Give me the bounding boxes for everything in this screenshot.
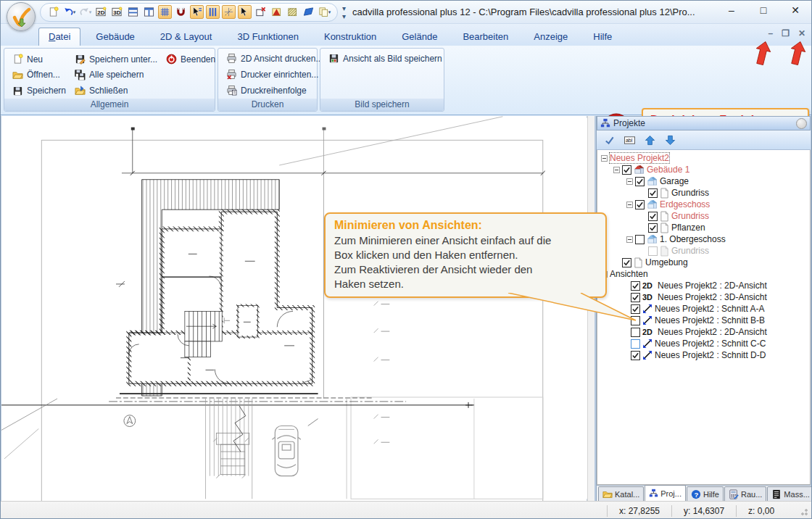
panel-tab-rau[interactable]: Rau... — [724, 486, 766, 501]
tree-item[interactable]: Grundriss — [597, 187, 810, 199]
expander-icon[interactable] — [626, 202, 633, 208]
visibility-checkbox[interactable] — [622, 165, 631, 175]
expander-icon[interactable] — [613, 167, 620, 173]
tree-item[interactable]: 1. Obergeschoss — [597, 233, 810, 245]
select-edit-button[interactable] — [190, 5, 204, 19]
dropdown-arrow-icon[interactable]: ▾ — [89, 9, 92, 15]
visibility-checkbox[interactable] — [631, 339, 640, 349]
visibility-checkbox[interactable] — [648, 212, 658, 221]
speichern-button[interactable]: Speichern — [9, 83, 70, 99]
redo-button[interactable]: ▾ — [78, 5, 92, 19]
dropdown-arrow-icon[interactable]: ▾ — [328, 9, 331, 15]
druckreihenfolge-button[interactable]: Druckreihenfolge — [223, 83, 312, 97]
tree-item[interactable]: Neues Projekt2 : Schnitt D-D — [597, 349, 810, 361]
2d-ansicht-drucken-button[interactable]: 2D Ansicht drucken... — [223, 51, 312, 65]
tree-item[interactable]: 3DNeues Projekt2 : 3D-Ansicht — [597, 291, 810, 303]
panel-tab-mass[interactable]: Mass... — [767, 486, 812, 501]
visibility-checkbox[interactable] — [648, 223, 658, 233]
resize-grip[interactable] — [798, 506, 808, 516]
expander-icon[interactable] — [626, 236, 633, 243]
tree-item[interactable]: Grundriss — [597, 210, 810, 222]
speichern-unter-button[interactable]: Speichern unter... — [71, 51, 161, 67]
minimize-button[interactable]: – — [716, 1, 747, 20]
beenden-button[interactable]: Beenden — [162, 51, 219, 67]
visibility-checkbox[interactable] — [631, 351, 640, 360]
öffnen-button[interactable]: Öffnen... — [9, 67, 70, 83]
guide-lines-button[interactable] — [206, 5, 220, 19]
move-down-button[interactable] — [662, 133, 678, 148]
tab-anzeige[interactable]: Anzeige — [523, 28, 578, 46]
surface-blue-button[interactable] — [302, 5, 315, 19]
ribbon-close-button[interactable]: ✕ — [798, 28, 805, 38]
maximize-button[interactable]: □ — [747, 1, 779, 20]
delete-selection-button[interactable] — [254, 5, 268, 19]
tree-item[interactable]: Erdgeschoss — [597, 199, 810, 210]
tree-item[interactable]: Gebäude 1 — [597, 164, 810, 175]
panel-tab-proj[interactable]: Proj... — [645, 485, 686, 501]
pin-icon[interactable] — [796, 118, 807, 129]
canvas-scrollbar[interactable] — [587, 116, 594, 501]
new-document-button[interactable] — [46, 5, 60, 19]
ribbon-minimize-button[interactable]: – — [768, 28, 773, 38]
split-vertical-button[interactable] — [142, 5, 156, 19]
magnet-snap-button[interactable] — [174, 5, 188, 19]
tree-item[interactable]: Neues Projekt2 : Schnitt B-B — [597, 315, 810, 326]
visibility-checkbox[interactable] — [635, 235, 645, 244]
tree-item[interactable]: Ansichten — [597, 268, 810, 280]
visibility-checkbox[interactable] — [622, 258, 631, 267]
tab-hilfe[interactable]: Hilfe — [583, 28, 622, 46]
tab-bearbeiten[interactable]: Bearbeiten — [452, 28, 518, 46]
visibility-checkbox[interactable] — [635, 200, 645, 209]
app-logo[interactable] — [7, 2, 36, 31]
tree-item[interactable]: Pflanzen — [597, 222, 810, 233]
close-button[interactable]: ✕ — [779, 1, 811, 20]
move-up-button[interactable] — [642, 133, 658, 148]
alle-speichern-button[interactable]: Alle speichern — [71, 67, 161, 83]
visibility-checkbox[interactable] — [631, 304, 640, 314]
tree-item[interactable]: 2DNeues Projekt2 : 2D-Ansicht — [597, 280, 810, 291]
tab-konstruktion[interactable]: Konstruktion — [314, 28, 386, 46]
visibility-checkbox[interactable] — [631, 316, 640, 325]
axis-snap-button[interactable] — [222, 5, 236, 19]
tab-3d-funktionen[interactable]: 3D Funktionen — [227, 28, 309, 46]
view-3d-button[interactable]: 3D — [110, 5, 124, 19]
visibility-checkbox[interactable] — [631, 281, 640, 291]
tree-item[interactable]: Grundriss — [597, 245, 810, 257]
tab-2d-layout[interactable]: 2D & Layout — [150, 28, 223, 46]
tree-item[interactable]: Neues Projekt2 — [597, 152, 810, 164]
tab-gelände[interactable]: Gelände — [392, 28, 447, 46]
ansicht-als-bild-speichern-button[interactable]: Ansicht als Bild speichern — [325, 51, 439, 65]
split-horizontal-button[interactable] — [126, 5, 140, 19]
view-2d-button[interactable]: 2D — [94, 5, 108, 19]
tree-item[interactable]: Garage — [597, 175, 810, 187]
tree-item[interactable]: Neues Projekt2 : Schnitt C-C — [597, 338, 810, 349]
schließen-button[interactable]: Schließen — [71, 83, 161, 99]
neu-button[interactable]: Neu — [9, 51, 70, 67]
undo-button[interactable]: ▾ — [62, 5, 76, 19]
apply-check-button[interactable] — [601, 133, 617, 148]
tab-gebäude[interactable]: Gebäude — [86, 28, 145, 46]
grid-snap-button[interactable] — [158, 5, 172, 19]
visibility-checkbox[interactable] — [648, 188, 658, 198]
rename-abl-button[interactable]: abl — [621, 133, 637, 148]
texture-red-button[interactable] — [270, 5, 283, 19]
texture-hatch-button[interactable] — [286, 5, 299, 19]
select-cursor-button[interactable] — [238, 5, 252, 19]
tree-item[interactable]: Umgebung — [597, 257, 810, 268]
drucker-einrichten-button[interactable]: Drucker einrichten... — [223, 67, 312, 81]
tree-item[interactable]: Neues Projekt2 : Schnitt A-A — [597, 303, 810, 315]
panel-tab-katal[interactable]: Katal... — [598, 486, 644, 501]
tree-item[interactable]: 2DNeues Projekt2 : 2D-Ansicht — [597, 326, 810, 338]
panel-tab-hilfe[interactable]: ?Hilfe — [687, 486, 724, 501]
dropdown-arrow-icon[interactable]: ▾ — [73, 9, 76, 15]
visibility-checkbox[interactable] — [631, 293, 640, 302]
expander-icon[interactable] — [626, 178, 633, 185]
visibility-checkbox[interactable] — [631, 328, 640, 337]
tab-datei[interactable]: Datei — [38, 28, 80, 46]
expander-icon[interactable] — [601, 155, 608, 162]
drawing-canvas[interactable] — [1, 116, 587, 501]
visibility-checkbox[interactable] — [635, 177, 645, 186]
toolbar-options-icon[interactable]: ▾▾ — [342, 4, 345, 20]
visibility-checkbox[interactable] — [648, 246, 658, 256]
copy-elements-button[interactable]: ▾ — [318, 5, 331, 19]
